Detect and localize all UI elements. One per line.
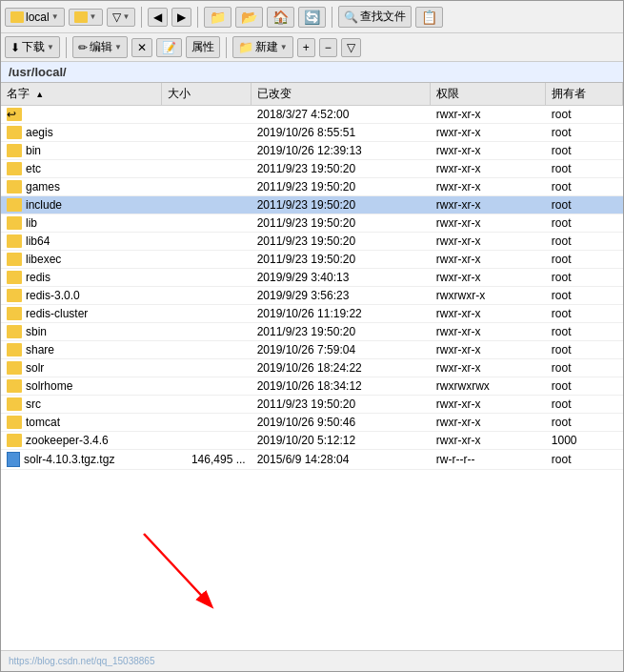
col-name-header[interactable]: 名字 ▲: [1, 83, 162, 106]
file-permissions-cell: rwxr-xr-x: [431, 432, 546, 450]
view-icon: ▽: [347, 41, 355, 54]
table-row[interactable]: solr-4.10.3.tgz.tgz146,495 ...2015/6/9 1…: [1, 450, 623, 470]
file-modified-cell: 2011/9/23 19:50:20: [252, 214, 431, 233]
new-label: 新建: [255, 39, 278, 55]
delete-icon: ✕: [137, 41, 147, 54]
parent-btn[interactable]: 📂: [235, 7, 263, 28]
dropdown-arrow-icon: ▼: [51, 12, 59, 21]
terminal-btn[interactable]: 📋: [415, 7, 443, 28]
file-modified-cell: 2019/10/26 8:55:51: [252, 124, 431, 142]
svg-line-1: [144, 534, 211, 605]
rename-btn[interactable]: 📝: [156, 38, 182, 57]
location-dropdown[interactable]: local ▼: [5, 8, 65, 27]
file-owner-cell: root: [546, 178, 623, 196]
table-row[interactable]: etc2011/9/23 19:50:20rwxr-xr-xroot: [1, 160, 623, 178]
file-permissions-cell: rwxr-xr-x: [431, 341, 546, 359]
table-row[interactable]: share2019/10/26 7:59:04rwxr-xr-xroot: [1, 341, 623, 359]
edit-btn[interactable]: ✏ 编辑 ▼: [72, 36, 128, 58]
folder-icon: [7, 216, 22, 230]
table-row[interactable]: solr2019/10/26 18:24:22rwxr-xr-xroot: [1, 359, 623, 377]
table-row[interactable]: zookeeper-3.4.62019/10/20 5:12:12rwxr-xr…: [1, 432, 623, 450]
file-name-cell: lib: [1, 214, 162, 233]
filter-btn[interactable]: ▽ ▼: [107, 8, 136, 27]
file-name-text: redis-cluster: [26, 307, 88, 320]
table-row[interactable]: lib2011/9/23 19:50:20rwxr-xr-xroot: [1, 214, 623, 233]
file-size-cell: [162, 124, 252, 142]
table-row[interactable]: tomcat2019/10/26 9:50:46rwxr-xr-xroot: [1, 414, 623, 432]
file-owner-cell: root: [546, 287, 623, 305]
file-name-text: games: [26, 180, 60, 193]
file-name-cell: aegis: [1, 124, 162, 142]
file-name-cell: sbin: [1, 323, 162, 341]
separator-4: [66, 37, 67, 58]
file-permissions-cell: rwxr-xr-x: [431, 178, 546, 196]
forward-btn[interactable]: ▶: [171, 8, 191, 27]
col-modified-header[interactable]: 已改变: [252, 83, 431, 106]
table-row[interactable]: include2011/9/23 19:50:20rwxr-xr-xroot: [1, 196, 623, 214]
file-name-text: lib64: [26, 234, 50, 248]
toolbar-2: ⬇ 下载 ▼ ✏ 编辑 ▼ ✕ 📝 属性 📁 新建 ▼ + −: [1, 33, 623, 62]
table-row[interactable]: games2011/9/23 19:50:20rwxr-xr-xroot: [1, 178, 623, 196]
delete-btn[interactable]: ✕: [131, 38, 152, 57]
folder-btn[interactable]: ▼: [69, 9, 103, 26]
properties-btn[interactable]: 属性: [186, 36, 220, 58]
file-name-cell: ↩: [1, 106, 162, 124]
file-modified-cell: 2019/9/29 3:56:23: [252, 287, 431, 305]
separator-3: [332, 7, 332, 28]
plus-btn[interactable]: +: [297, 38, 315, 57]
table-row[interactable]: aegis2019/10/26 8:55:51rwxr-xr-xroot: [1, 124, 623, 142]
bookmark-btn[interactable]: 📁: [204, 7, 231, 28]
home-icon: 🏠: [272, 10, 289, 25]
terminal-icon: 📋: [421, 10, 437, 25]
file-name-cell: solrhome: [1, 377, 162, 396]
edit-label: 编辑: [90, 39, 112, 55]
file-permissions-cell: rw-r--r--: [431, 450, 546, 470]
refresh-btn[interactable]: 🔄: [298, 7, 326, 28]
file-size-cell: [162, 287, 252, 305]
up-folder-icon: ↩: [7, 108, 22, 121]
file-modified-cell: 2019/10/26 11:19:22: [252, 305, 431, 323]
download-btn[interactable]: ⬇ 下载 ▼: [5, 36, 60, 58]
file-owner-cell: root: [546, 142, 623, 160]
home-btn[interactable]: 🏠: [267, 7, 294, 28]
table-row[interactable]: redis-3.0.02019/9/29 3:56:23rwxrwxr-xroo…: [1, 287, 623, 305]
file-owner-cell: root: [546, 160, 623, 178]
folder-icon-small: [10, 11, 24, 23]
table-row[interactable]: lib642011/9/23 19:50:20rwxr-xr-xroot: [1, 233, 623, 251]
view-btn[interactable]: ▽: [341, 38, 361, 57]
file-permissions-cell: rwxr-xr-x: [431, 142, 546, 160]
file-modified-cell: 2019/10/20 5:12:12: [252, 432, 431, 450]
file-size-cell: [162, 269, 252, 287]
col-owner-header[interactable]: 拥有者: [546, 83, 623, 106]
find-btn[interactable]: 🔍 查找文件: [338, 6, 412, 28]
table-row[interactable]: solrhome2019/10/26 18:34:12rwxrwxrwxroot: [1, 377, 623, 396]
separator-1: [141, 7, 142, 28]
table-row[interactable]: ↩2018/3/27 4:52:00rwxr-xr-xroot: [1, 106, 623, 124]
file-size-cell: [162, 323, 252, 341]
sort-arrow-icon: ▲: [35, 90, 44, 99]
filter-icon: ▽: [112, 10, 121, 24]
back-btn[interactable]: ◀: [148, 8, 168, 27]
table-row[interactable]: redis2019/9/29 3:40:13rwxr-xr-xroot: [1, 269, 623, 287]
folder-icon: [7, 198, 22, 212]
file-name-cell: redis-3.0.0: [1, 287, 162, 305]
file-permissions-cell: rwxrwxrwx: [431, 377, 546, 396]
file-name-text: aegis: [26, 126, 53, 139]
file-name-text: bin: [26, 144, 41, 157]
folder-icon: [7, 162, 22, 175]
folder-icon: [7, 234, 22, 248]
separator-5: [226, 37, 227, 58]
table-row[interactable]: sbin2011/9/23 19:50:20rwxr-xr-xroot: [1, 323, 623, 341]
col-size-header[interactable]: 大小: [162, 83, 252, 106]
address-bar[interactable]: /usr/local/: [1, 62, 623, 83]
file-permissions-cell: rwxrwxr-x: [431, 287, 546, 305]
table-row[interactable]: libexec2011/9/23 19:50:20rwxr-xr-xroot: [1, 251, 623, 269]
new-btn[interactable]: 📁 新建 ▼: [232, 36, 293, 58]
minus-btn[interactable]: −: [319, 38, 337, 57]
table-row[interactable]: redis-cluster2019/10/26 11:19:22rwxr-xr-…: [1, 305, 623, 323]
file-permissions-cell: rwxr-xr-x: [431, 269, 546, 287]
folder-icon: [7, 289, 22, 302]
table-row[interactable]: src2011/9/23 19:50:20rwxr-xr-xroot: [1, 396, 623, 414]
col-permissions-header[interactable]: 权限: [431, 83, 546, 106]
table-row[interactable]: bin2019/10/26 12:39:13rwxr-xr-xroot: [1, 142, 623, 160]
